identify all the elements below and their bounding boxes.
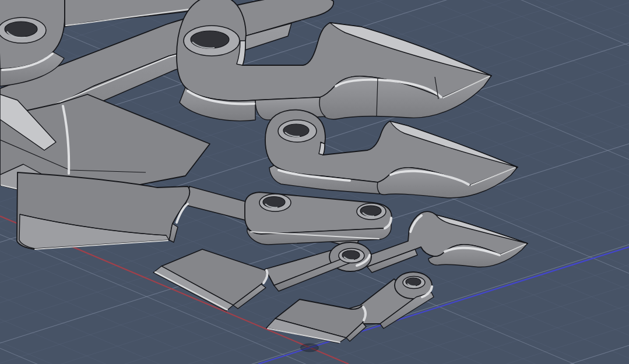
viewport-canvas[interactable] [0, 0, 629, 364]
link-bar-hole-2 [360, 206, 381, 216]
scraper-xl-hole [191, 31, 229, 48]
origin-marker [301, 344, 318, 352]
link-bar-hole-1 [263, 197, 285, 208]
scraper-large-hole [283, 124, 309, 137]
cad-viewport [0, 0, 629, 364]
